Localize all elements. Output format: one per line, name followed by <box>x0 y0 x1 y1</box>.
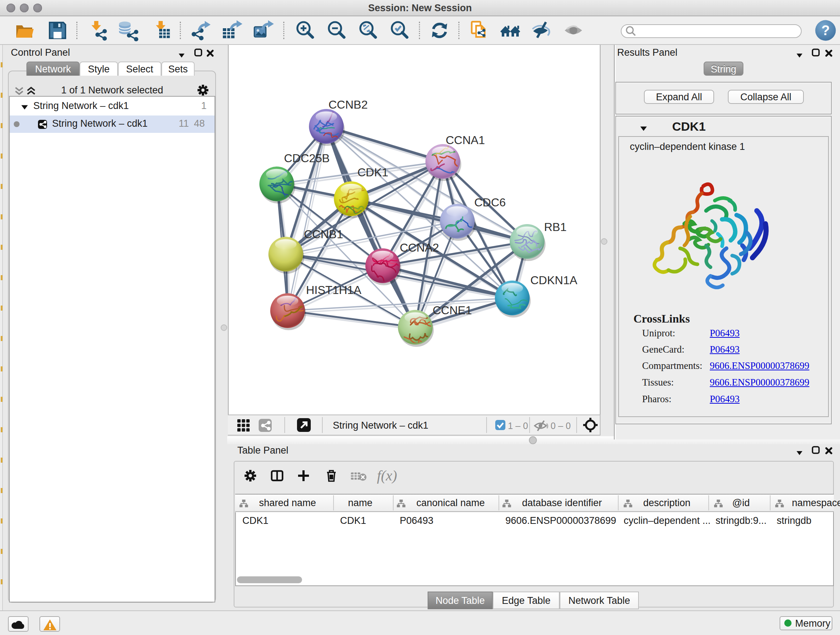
svg-text:CDC6: CDC6 <box>474 196 506 209</box>
svg-text:CDK1: CDK1 <box>357 166 388 179</box>
svg-text:CCNA2: CCNA2 <box>400 241 439 254</box>
svg-text:CCNA1: CCNA1 <box>446 134 485 147</box>
svg-text:HIST1H1A: HIST1H1A <box>306 283 362 296</box>
svg-text:RB1: RB1 <box>544 220 567 233</box>
svg-text:CDC25B: CDC25B <box>284 152 330 165</box>
svg-text:?: ? <box>821 23 829 38</box>
svg-text:CCNB2: CCNB2 <box>328 98 368 111</box>
svg-text:CCNB1: CCNB1 <box>304 228 343 241</box>
svg-text:CDKN1A: CDKN1A <box>531 274 577 287</box>
svg-text:CCNE1: CCNE1 <box>433 304 472 317</box>
